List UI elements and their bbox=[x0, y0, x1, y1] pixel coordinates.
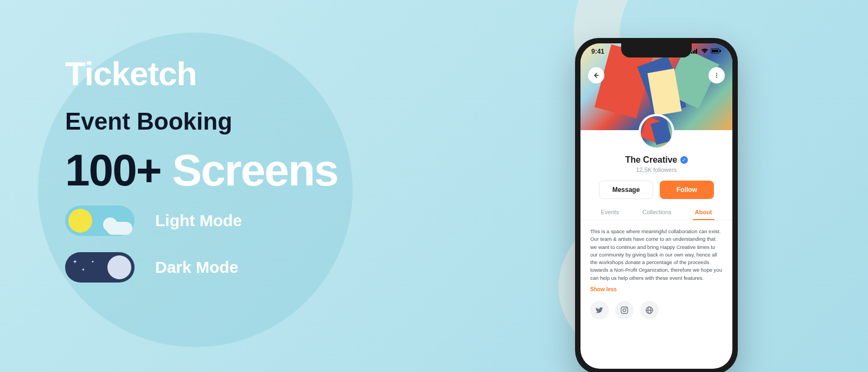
profile-tabs: Events Collections About bbox=[580, 209, 732, 220]
verified-badge-icon: ✓ bbox=[680, 156, 688, 164]
dark-mode-toggle[interactable]: ✦ ✦ ✦ bbox=[65, 252, 135, 283]
twitter-link[interactable] bbox=[590, 301, 609, 319]
show-less-link[interactable]: Show less bbox=[580, 286, 732, 292]
profile-info: The Creative ✓ 12,5K followers Message F… bbox=[580, 130, 732, 328]
more-vertical-icon bbox=[713, 72, 720, 79]
star-icon: ✦ bbox=[81, 267, 85, 272]
social-links bbox=[580, 292, 732, 328]
back-button[interactable] bbox=[588, 67, 604, 84]
moon-icon bbox=[107, 255, 131, 279]
screens-headline: 100+ Screens bbox=[65, 145, 358, 196]
cloud-icon bbox=[100, 219, 132, 235]
arrow-left-icon bbox=[593, 72, 599, 79]
promo-content: Ticketch Event Booking 100+ Screens Ligh… bbox=[65, 54, 358, 299]
phone-notch bbox=[621, 43, 692, 57]
svg-rect-1 bbox=[693, 51, 694, 54]
more-button[interactable] bbox=[709, 67, 725, 84]
website-link[interactable] bbox=[640, 301, 659, 319]
light-mode-label: Light Mode bbox=[155, 211, 242, 230]
light-mode-toggle[interactable] bbox=[65, 206, 135, 236]
svg-rect-2 bbox=[694, 50, 695, 54]
star-icon: ✦ bbox=[73, 259, 77, 265]
profile-actions: Message Follow bbox=[580, 181, 732, 199]
wifi-icon bbox=[701, 48, 709, 55]
follow-button[interactable]: Follow bbox=[660, 181, 714, 199]
twitter-icon bbox=[595, 306, 604, 315]
avatar-image bbox=[641, 116, 672, 147]
about-text: This is a space where meaningful collabo… bbox=[580, 220, 732, 286]
tab-collections[interactable]: Collections bbox=[642, 209, 672, 220]
status-time: 9:41 bbox=[591, 48, 604, 55]
battery-icon bbox=[711, 48, 722, 55]
sun-icon bbox=[68, 209, 92, 233]
profile-avatar[interactable] bbox=[639, 114, 674, 150]
instagram-link[interactable] bbox=[615, 301, 634, 319]
svg-point-7 bbox=[716, 73, 717, 74]
dark-mode-row: ✦ ✦ ✦ Dark Mode bbox=[65, 252, 358, 283]
light-mode-row: Light Mode bbox=[65, 206, 358, 236]
status-icons bbox=[691, 48, 722, 55]
svg-point-9 bbox=[716, 76, 717, 78]
subtitle: Event Booking bbox=[65, 108, 358, 135]
svg-rect-3 bbox=[696, 49, 697, 54]
star-icon: ✦ bbox=[91, 260, 94, 264]
theme-modes: Light Mode ✦ ✦ ✦ Dark Mode bbox=[65, 206, 358, 283]
phone-screen: 9:41 bbox=[580, 43, 732, 369]
svg-rect-6 bbox=[720, 50, 721, 52]
svg-point-8 bbox=[716, 75, 717, 76]
instagram-icon bbox=[620, 306, 629, 315]
svg-point-11 bbox=[623, 309, 626, 311]
phone-mockup: 9:41 bbox=[575, 38, 738, 372]
dark-mode-label: Dark Mode bbox=[155, 258, 238, 277]
tab-about[interactable]: About bbox=[695, 209, 712, 220]
svg-rect-0 bbox=[691, 52, 692, 54]
brand-title: Ticketch bbox=[65, 54, 358, 93]
message-button[interactable]: Message bbox=[599, 181, 653, 199]
screens-count: 100+ bbox=[65, 145, 161, 195]
signal-icon bbox=[691, 48, 699, 55]
followers-count: 12,5K followers bbox=[580, 166, 732, 173]
screens-word: Screens bbox=[173, 145, 338, 195]
profile-name: The Creative bbox=[625, 155, 677, 165]
tab-events[interactable]: Events bbox=[601, 209, 619, 220]
globe-icon bbox=[645, 306, 654, 315]
svg-point-12 bbox=[626, 307, 627, 309]
svg-rect-5 bbox=[712, 50, 718, 52]
